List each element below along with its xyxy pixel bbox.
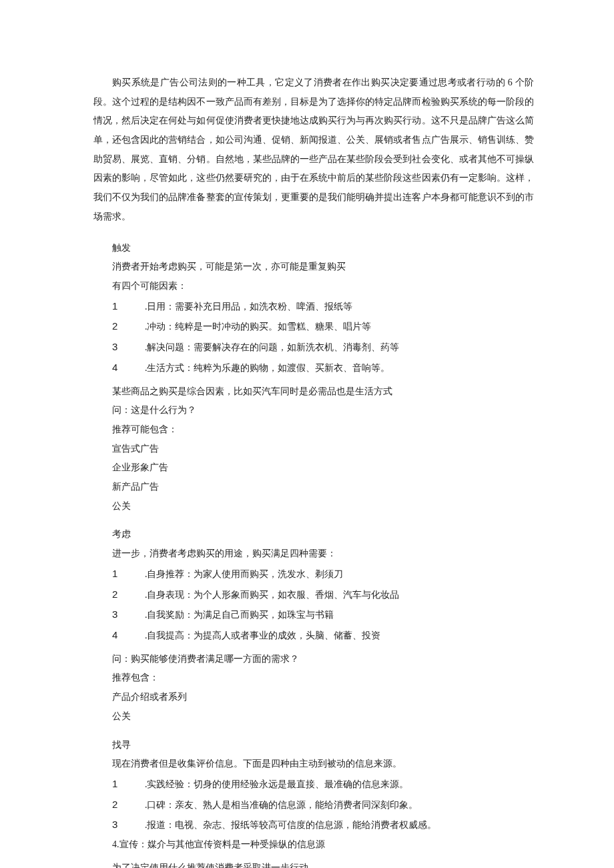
list-item: 1.日用：需要补充日用品，如洗衣粉、啤酒、报纸等 (93, 296, 534, 317)
list-item: 4.自我提高：为提高人或者事业的成效，头脑、储蓄、投资 (93, 625, 534, 646)
section-title-trigger: 触发 (93, 239, 534, 258)
list-item: 3.解决问题：需要解决存在的问题，如新洗衣机、消毒剂、药等 (93, 337, 534, 358)
list-item-text: 口碑：亲友、熟人是相当准确的信息源，能给消费者同深刻印象。 (147, 800, 418, 810)
list-item: 4.生活方式：纯粹为乐趣的购物，如渡假、买新衣、音响等。 (93, 358, 534, 378)
search-list: 1.实践经验：切身的使用经验永远是最直接、最准确的信息来源。 2.口碑：亲友、熟… (93, 774, 534, 835)
intro-paragraph: 购买系统是广告公司法则的一种工具，它定义了消费者在作出购买决定要通过思考或者行动… (93, 73, 534, 227)
list-item-text: 解决问题：需要解决存在的问题，如新洗衣机、消毒剂、药等 (147, 342, 399, 352)
list-item-text: 自身表现：为个人形象而购买，如衣服、香烟、汽车与化妆品 (147, 590, 399, 600)
list-item: 3.报道：电视、杂志、报纸等较高可信度的信息源，能给消费者权威感。 (93, 815, 534, 835)
list-item: 1.自身推荐：为家人使用而购买，洗发水、剃须刀 (93, 564, 534, 584)
consider-rec-1: 产品介绍或者系列 (93, 688, 534, 707)
trigger-list: 1.日用：需要补充日用品，如洗衣粉、啤酒、报纸等 2.冲动：纯粹是一时冲动的购买… (93, 296, 534, 378)
list-item-text: 自我提高：为提高人或者事业的成效，头脑、储蓄、投资 (147, 630, 380, 640)
consider-rec-label: 推荐包含： (93, 669, 534, 688)
list-item-text: 实践经验：切身的使用经验永远是最直接、最准确的信息来源。 (147, 779, 408, 789)
list-item: 2.冲动：纯粹是一时冲动的购买。如雪糕、糖果、唱片等 (93, 316, 534, 337)
trigger-lead-1: 消费者开始考虑购买，可能是第一次，亦可能是重复购买 (93, 258, 534, 277)
trigger-rec-3: 新产品广告 (93, 478, 534, 497)
consider-question: 问：购买能够使消费者满足哪一方面的需求？ (93, 650, 534, 669)
section-gap (93, 516, 534, 525)
trigger-lead-2: 有四个可能因素： (93, 277, 534, 296)
section-gap (93, 727, 534, 736)
list-item: 2.口碑：亲友、熟人是相当准确的信息源，能给消费者同深刻印象。 (93, 795, 534, 815)
trigger-rec-label: 推荐可能包含： (93, 420, 534, 440)
search-tail: 为了决定使用什么推荐使消费者采取进一步行动 (93, 859, 534, 868)
list-item-text: 自身推荐：为家人使用而购买，洗发水、剃须刀 (147, 569, 343, 579)
search-item-4-compact: 4.宣传：媒介与其他宣传资料是一种受操纵的信息源 (93, 835, 534, 855)
list-item-text: 生活方式：纯粹为乐趣的购物，如渡假、买新衣、音响等。 (147, 363, 390, 373)
trigger-rec-4: 公关 (93, 497, 534, 516)
list-item-text: 冲动：纯粹是一时冲动的购买。如雪糕、糖果、唱片等 (147, 322, 371, 332)
document-page: 购买系统是广告公司法则的一种工具，它定义了消费者在作出购买决定要通过思考或者行动… (0, 0, 614, 868)
list-item-text: 自我奖励：为满足自己而购买，如珠宝与书籍 (147, 610, 334, 620)
list-item: 1.实践经验：切身的使用经验永远是最直接、最准确的信息来源。 (93, 774, 534, 795)
trigger-rec-1: 宣告式广告 (93, 440, 534, 459)
list-item: 3.自我奖励：为满足自己而购买，如珠宝与书籍 (93, 604, 534, 625)
list-item-text: 日用：需要补充日用品，如洗衣粉、啤酒、报纸等 (147, 302, 352, 312)
search-lead-1: 现在消费者但是收集评价信息。下面是四种由主动到被动的信息来源。 (93, 755, 534, 774)
trigger-rec-2: 企业形象广告 (93, 458, 534, 478)
trigger-question: 问：这是什么行为？ (93, 401, 534, 420)
consider-list: 1.自身推荐：为家人使用而购买，洗发水、剃须刀 2.自身表现：为个人形象而购买，… (93, 564, 534, 646)
consider-lead-1: 进一步，消费者考虑购买的用途，购买满足四种需要： (93, 544, 534, 564)
trigger-tail: 某些商品之购买是综合因素，比如买汽车同时是必需品也是生活方式 (93, 382, 534, 402)
list-item-text: 报道：电视、杂志、报纸等较高可信度的信息源，能给消费者权威感。 (147, 820, 436, 830)
section-title-consider: 考虑 (93, 525, 534, 544)
section-title-search: 找寻 (93, 736, 534, 755)
list-item: 2.自身表现：为个人形象而购买，如衣服、香烟、汽车与化妆品 (93, 584, 534, 605)
consider-rec-2: 公关 (93, 707, 534, 727)
